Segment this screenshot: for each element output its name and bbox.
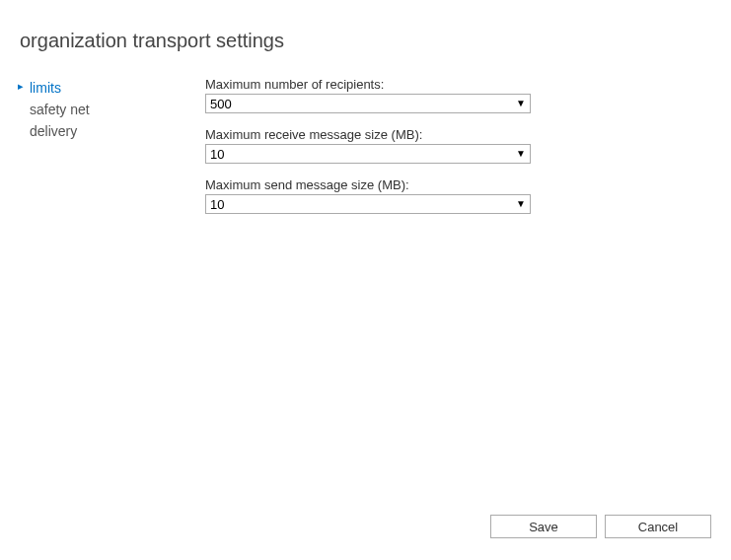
sidebar: limits safety net delivery — [18, 77, 205, 228]
content-area: limits safety net delivery Maximum numbe… — [0, 52, 731, 228]
main-panel: Maximum number of recipients: ▼ Maximum … — [205, 77, 731, 228]
sidebar-item-safety-net[interactable]: safety net — [18, 99, 205, 120]
select-wrap: ▼ — [205, 94, 531, 113]
max-send-size-input[interactable] — [205, 194, 531, 214]
select-wrap: ▼ — [205, 194, 531, 214]
save-button[interactable]: Save — [490, 515, 597, 538]
max-receive-size-input[interactable] — [205, 144, 531, 164]
field-max-receive-size: Maximum receive message size (MB): ▼ — [205, 127, 692, 164]
sidebar-item-label: delivery — [30, 123, 77, 139]
field-label: Maximum number of recipients: — [205, 77, 692, 92]
field-max-recipients: Maximum number of recipients: ▼ — [205, 77, 692, 113]
max-recipients-input[interactable] — [205, 94, 531, 113]
field-max-send-size: Maximum send message size (MB): ▼ — [205, 177, 692, 214]
sidebar-item-label: safety net — [30, 102, 90, 117]
select-wrap: ▼ — [205, 144, 531, 164]
sidebar-item-limits[interactable]: limits — [18, 77, 205, 99]
sidebar-item-label: limits — [30, 80, 61, 96]
page-title: organization transport settings — [0, 0, 731, 52]
cancel-button[interactable]: Cancel — [605, 515, 711, 538]
field-label: Maximum receive message size (MB): — [205, 127, 692, 142]
field-label: Maximum send message size (MB): — [205, 177, 692, 192]
sidebar-item-delivery[interactable]: delivery — [18, 120, 205, 142]
footer-buttons: Save Cancel — [490, 515, 711, 538]
